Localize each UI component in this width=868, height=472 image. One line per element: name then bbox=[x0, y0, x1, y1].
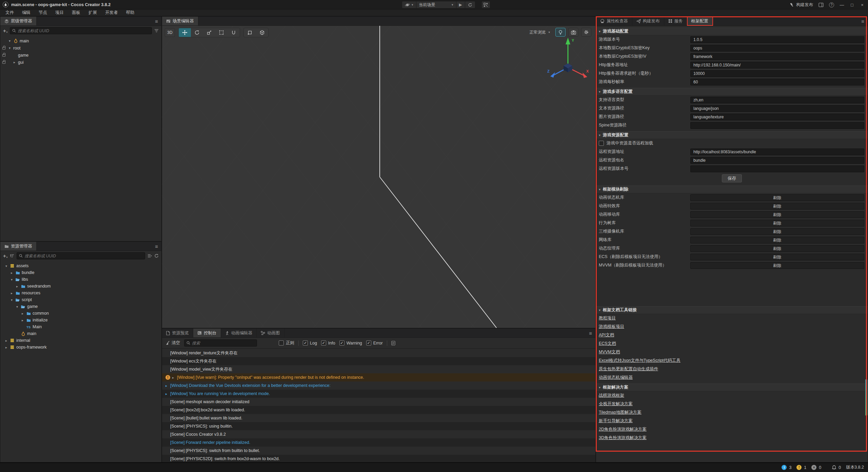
section-language-config[interactable]: ▾ 游戏多语言配置 bbox=[596, 88, 868, 96]
expand-chevron-icon[interactable] bbox=[13, 60, 16, 64]
section-resource-config[interactable]: ▾ 游戏资源配置 bbox=[596, 131, 868, 139]
asset-node-row[interactable]: assets bbox=[0, 262, 161, 269]
expand-chevron-icon[interactable] bbox=[4, 339, 8, 342]
hierarchy-menu-icon[interactable]: ≡ bbox=[152, 18, 161, 24]
strip-module-button[interactable]: 剔除 bbox=[690, 237, 864, 243]
asset-node-row[interactable]: game bbox=[0, 303, 161, 310]
rotate-tool-button[interactable] bbox=[191, 28, 203, 37]
doc-link[interactable]: Excel格式转Json文件与TypeScript代码工具 bbox=[599, 358, 680, 363]
expand-chevron-icon[interactable] bbox=[4, 264, 8, 268]
solution-link[interactable]: 2D角色扮演游戏解决方案 bbox=[599, 427, 647, 432]
section-module-strip[interactable]: ▾ 框架模块剔除 bbox=[596, 185, 868, 193]
scene-viewport[interactable] bbox=[162, 26, 595, 328]
camera-settings-button[interactable] bbox=[568, 28, 578, 37]
tab-services[interactable]: 服务 bbox=[664, 17, 687, 25]
anchor-tool-button[interactable] bbox=[228, 28, 240, 37]
expand-chevron-icon[interactable] bbox=[15, 284, 19, 288]
doc-link[interactable]: MVVM文档 bbox=[599, 349, 620, 355]
menu-node[interactable]: 节点 bbox=[35, 10, 51, 16]
projection-3d-button[interactable]: 3D bbox=[165, 28, 175, 37]
filter-log-checkbox[interactable]: ✓Log bbox=[303, 340, 317, 346]
expand-caret-icon[interactable]: ▸ bbox=[165, 384, 170, 388]
expand-chevron-icon[interactable] bbox=[21, 318, 24, 322]
layout-panel-icon[interactable] bbox=[818, 3, 824, 7]
lock-icon[interactable] bbox=[2, 47, 5, 50]
section-solutions[interactable]: ▾ 框架解决方案 bbox=[596, 383, 868, 391]
regex-checkbox[interactable]: 正则 bbox=[279, 340, 294, 346]
coordinate-toggle-button[interactable] bbox=[256, 28, 268, 37]
move-tool-button[interactable] bbox=[179, 28, 191, 37]
tab-framework-config[interactable]: 框架配置 bbox=[687, 17, 713, 25]
strip-module-button[interactable]: 剔除 bbox=[690, 245, 864, 252]
tab-hierarchy[interactable]: 层级管理器 bbox=[0, 17, 37, 25]
log-row[interactable]: ! ▸ [Scene] [box2d]:box2d wasm lib loade… bbox=[162, 406, 595, 414]
tab-animation-editor[interactable]: 动画编辑器 bbox=[221, 329, 257, 337]
log-row[interactable]: ! ▸ [Scene] [PHYSICS]: using builtin. bbox=[162, 422, 595, 430]
tab-build-publish[interactable]: 构建发布 bbox=[632, 17, 664, 25]
expand-chevron-icon[interactable] bbox=[10, 278, 14, 281]
log-row[interactable]: ! ▸ [Window] Download the Vue Devtools e… bbox=[162, 381, 595, 390]
log-row[interactable]: ! ▸ [Scene] [PHYSICS]: switch from built… bbox=[162, 447, 595, 455]
menu-project[interactable]: 项目 bbox=[51, 10, 68, 16]
hierarchy-node-row[interactable]: main bbox=[0, 37, 161, 44]
hierarchy-search[interactable] bbox=[10, 27, 152, 34]
console-search-input[interactable] bbox=[192, 341, 255, 346]
assets-filter-icon[interactable] bbox=[147, 254, 152, 258]
refresh-assets-icon[interactable] bbox=[154, 254, 159, 258]
info-badge-icon[interactable]: i bbox=[782, 465, 787, 470]
rect-tool-button[interactable] bbox=[215, 28, 228, 37]
asset-node-row[interactable]: bundle bbox=[0, 269, 161, 276]
solution-link[interactable]: Tiledmap地图解决方案 bbox=[599, 410, 642, 415]
expand-chevron-icon[interactable] bbox=[8, 46, 12, 50]
play-button[interactable]: ▶ bbox=[456, 1, 465, 8]
field-input[interactable] bbox=[690, 53, 864, 60]
asset-node-row[interactable]: script bbox=[0, 296, 161, 303]
clear-console-button[interactable]: 清空 bbox=[165, 340, 180, 346]
asset-node-row[interactable]: oops-framework bbox=[0, 344, 161, 351]
pivot-toggle-button[interactable] bbox=[244, 28, 256, 37]
inspector-menu-icon[interactable]: ≡ bbox=[858, 18, 868, 24]
tab-console[interactable]: 控制台 bbox=[193, 329, 221, 337]
strip-module-button[interactable]: 剔除 bbox=[690, 262, 864, 269]
assets-menu-icon[interactable]: ≡ bbox=[152, 243, 161, 249]
field-input[interactable] bbox=[690, 45, 864, 52]
preview-target-button[interactable]: ▾ bbox=[402, 1, 416, 8]
log-row[interactable]: ! ▸ [Window] ecs文件夹存在 bbox=[162, 357, 595, 365]
scene-gear-button[interactable] bbox=[581, 28, 591, 37]
doc-link[interactable]: 游戏模板项目 bbox=[599, 324, 624, 330]
asset-node-row[interactable]: Main bbox=[0, 323, 161, 330]
field-input[interactable] bbox=[690, 149, 864, 155]
menu-help[interactable]: 帮助 bbox=[122, 10, 139, 16]
hierarchy-node-row[interactable]: gui bbox=[0, 59, 161, 66]
field-input[interactable] bbox=[690, 79, 864, 85]
solution-link[interactable]: 战棋游戏框架 bbox=[599, 393, 624, 398]
build-publish-button[interactable]: 构建发布 bbox=[790, 2, 813, 8]
field-input[interactable] bbox=[690, 97, 864, 103]
doc-link[interactable]: 原生包热更新配置自动生成插件 bbox=[599, 366, 658, 372]
strip-module-button[interactable]: 剔除 bbox=[690, 203, 864, 210]
filter-error-checkbox[interactable]: ✓Error bbox=[366, 340, 383, 346]
expand-chevron-icon[interactable] bbox=[8, 39, 12, 43]
doc-link[interactable]: 动画状态机编辑器 bbox=[599, 375, 633, 380]
log-row[interactable]: ! ▸ [Scene] Cocos Creator v3.8.2 bbox=[162, 430, 595, 438]
solution-link[interactable]: 新手引导解决方案 bbox=[599, 418, 633, 424]
strip-module-button[interactable]: 剔除 bbox=[690, 228, 864, 235]
view-mode-dropdown[interactable]: 正常浏览 ▾ bbox=[527, 28, 553, 37]
log-row[interactable]: ! ▸ [Window] [Vue warn]: Property "onInp… bbox=[162, 373, 595, 381]
log-row[interactable]: ! ▸ [Window] render_texture文件夹存在 bbox=[162, 349, 595, 357]
log-row[interactable]: ! ▸ [Scene] [bullet]:bullet wasm lib loa… bbox=[162, 414, 595, 422]
filter-warning-checkbox[interactable]: ✓Warning bbox=[339, 340, 362, 346]
field-input[interactable] bbox=[690, 70, 864, 77]
close-button[interactable]: × bbox=[860, 2, 865, 7]
asset-node-row[interactable]: internal bbox=[0, 337, 161, 344]
reload-button[interactable] bbox=[465, 1, 475, 8]
field-input[interactable] bbox=[690, 36, 864, 43]
field-input[interactable] bbox=[690, 165, 864, 172]
assets-search-input[interactable] bbox=[24, 254, 143, 258]
create-asset-button[interactable]: +▾ bbox=[3, 253, 7, 259]
warning-badge-icon[interactable]: ! bbox=[796, 465, 802, 470]
doc-link[interactable]: ECS文档 bbox=[599, 341, 616, 347]
hierarchy-filter-icon[interactable] bbox=[154, 29, 159, 33]
sort-assets-icon[interactable] bbox=[10, 254, 14, 258]
expand-chevron-icon[interactable] bbox=[15, 305, 19, 309]
